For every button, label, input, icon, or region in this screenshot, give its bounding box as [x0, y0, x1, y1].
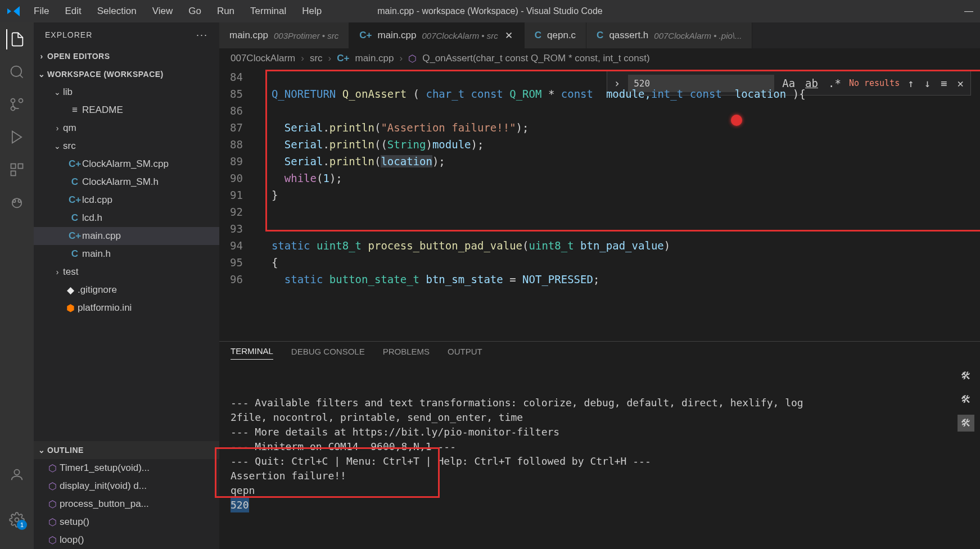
c-file-icon: C: [535, 30, 541, 41]
file-platformio[interactable]: ⬢ platformio.ini: [34, 299, 219, 317]
settings-icon[interactable]: 1: [7, 510, 27, 530]
tab-path: 003Protimer • src: [274, 31, 338, 40]
terminal-line: 520: [231, 498, 249, 512]
tool-icon[interactable]: 🛠: [958, 367, 974, 384]
breadcrumb-symbol[interactable]: Q_onAssert(char_t const Q_ROM * const, i…: [422, 53, 649, 64]
titlebar: File Edit Selection View Go Run Terminal…: [0, 0, 980, 22]
file-clockalarm-cpp[interactable]: C+ ClockAlarm_SM.cpp: [34, 155, 219, 173]
breadcrumb-folder[interactable]: src: [310, 53, 323, 64]
lib-label: lib: [63, 87, 73, 98]
tab-main-003[interactable]: main.cpp 003Protimer • src: [219, 22, 349, 48]
method-icon: ⬡: [45, 534, 60, 546]
bottom-panel: TERMINAL DEBUG CONSOLE PROBLEMS OUTPUT 🛠…: [219, 341, 980, 549]
file-label: .gitignore: [78, 284, 117, 296]
folder-src[interactable]: ⌄ src: [34, 137, 219, 155]
explorer-icon[interactable]: [6, 29, 26, 49]
breadcrumb-file[interactable]: main.cpp: [355, 53, 394, 64]
file-label: main.cpp: [82, 230, 121, 242]
method-icon: ⬡: [45, 516, 60, 528]
outline-loop[interactable]: ⬡ loop(): [34, 531, 219, 549]
menu-edit[interactable]: Edit: [58, 2, 88, 20]
terminal-line: --- Available filters and text transform…: [231, 396, 969, 410]
sidebar-header: EXPLORER ···: [34, 22, 219, 47]
file-lcd-cpp[interactable]: C+ lcd.cpp: [34, 191, 219, 209]
outline-item-label: loop(): [60, 534, 84, 546]
line-number: 96: [219, 271, 259, 288]
code-editor[interactable]: › Aa ab .* No results ↑ ↓ ≡ ✕ 84 85 Q_NO…: [219, 69, 980, 341]
tab-terminal[interactable]: TERMINAL: [231, 346, 273, 360]
tool-icon[interactable]: 🛠: [958, 391, 974, 408]
file-readme[interactable]: ≡ README: [34, 101, 219, 119]
platformio-icon[interactable]: [7, 192, 27, 212]
open-editors-label: OPEN EDITORS: [47, 52, 110, 61]
chevron-right-icon: ›: [52, 124, 63, 133]
chevron-right-icon: ›: [52, 267, 63, 276]
menu-go[interactable]: Go: [182, 2, 208, 20]
menu-help[interactable]: Help: [295, 2, 328, 20]
method-icon: ⬡: [45, 498, 60, 510]
svg-rect-6: [11, 171, 16, 175]
file-clockalarm-h[interactable]: C ClockAlarm_SM.h: [34, 173, 219, 191]
outline-timer1[interactable]: ⬡ Timer1_setup(void)...: [34, 459, 219, 477]
workspace-section[interactable]: ⌄ WORKSPACE (WORKSPACE): [34, 65, 219, 83]
outline-section[interactable]: ⌄ OUTLINE: [34, 441, 219, 459]
file-main-h[interactable]: C main.h: [34, 245, 219, 263]
chevron-right-icon: ›: [328, 53, 332, 64]
tab-problems[interactable]: PROBLEMS: [383, 347, 430, 360]
terminal-line: qepn: [231, 483, 969, 498]
svg-rect-5: [18, 164, 22, 169]
breadcrumb-folder[interactable]: 007ClockAlarm: [231, 53, 295, 64]
tab-debug-console[interactable]: DEBUG CONSOLE: [291, 347, 365, 360]
file-label: ClockAlarm_SM.cpp: [82, 158, 169, 170]
workspace-label: WORKSPACE (WORKSPACE): [47, 70, 164, 79]
tab-output[interactable]: OUTPUT: [448, 347, 482, 360]
menu-terminal[interactable]: Terminal: [243, 2, 293, 20]
tab-label: main.cpp: [229, 30, 268, 41]
outline-display-init[interactable]: ⬡ display_init(void) d...: [34, 477, 219, 495]
folder-test[interactable]: › test: [34, 263, 219, 281]
breadcrumb[interactable]: 007ClockAlarm › src › C+ main.cpp › ⬡ Q_…: [219, 48, 980, 69]
line-number: 86: [219, 102, 259, 119]
terminal-line: --- Miniterm on COM14 9600,8,N,1 ---: [231, 439, 969, 454]
menu-file[interactable]: File: [27, 2, 56, 20]
line-number: 89: [219, 153, 259, 170]
cpp-file-icon: C+: [67, 194, 82, 206]
chevron-down-icon: ⌄: [52, 88, 63, 97]
tab-label: main.cpp: [378, 30, 417, 41]
outline-process-button[interactable]: ⬡ process_button_pa...: [34, 495, 219, 513]
line-number: 91: [219, 187, 259, 203]
tab-qassert[interactable]: C qassert.h 007ClockAlarm • .pio\...: [586, 22, 752, 48]
line-number: 88: [219, 136, 259, 153]
close-icon[interactable]: ✕: [504, 30, 514, 42]
debug-icon[interactable]: [7, 127, 27, 147]
line-number: 90: [219, 170, 259, 187]
line-number: 84: [219, 69, 259, 85]
svg-rect-4: [11, 164, 16, 169]
tab-main-007[interactable]: C+ main.cpp 007ClockAlarm • src ✕: [349, 22, 525, 48]
file-gitignore[interactable]: ◆ .gitignore: [34, 281, 219, 299]
source-control-icon[interactable]: [7, 94, 27, 115]
search-activity-icon[interactable]: [7, 62, 27, 82]
folder-qm[interactable]: › qm: [34, 119, 219, 137]
file-label: ClockAlarm_SM.h: [82, 176, 159, 188]
menu-view[interactable]: View: [146, 2, 180, 20]
terminal-output[interactable]: 🛠 🛠 🛠 --- Available filters and text tra…: [219, 364, 980, 549]
c-file-icon: C: [67, 212, 82, 224]
file-lcd-h[interactable]: C lcd.h: [34, 209, 219, 227]
c-file-icon: C: [67, 176, 82, 188]
open-editors-section[interactable]: › OPEN EDITORS: [34, 47, 219, 65]
more-icon[interactable]: ···: [196, 29, 208, 41]
folder-lib[interactable]: ⌄ lib: [34, 83, 219, 101]
tab-label: qassert.h: [609, 30, 648, 41]
tab-qepn[interactable]: C qepn.c: [525, 22, 586, 48]
extensions-icon[interactable]: [7, 160, 27, 180]
outline-setup[interactable]: ⬡ setup(): [34, 513, 219, 531]
svg-point-0: [11, 66, 22, 77]
minimize-icon[interactable]: —: [964, 6, 973, 16]
menu-selection[interactable]: Selection: [91, 2, 143, 20]
line-number: 85: [219, 85, 259, 102]
menu-run[interactable]: Run: [210, 2, 241, 20]
accounts-icon[interactable]: [7, 465, 27, 485]
tool-icon[interactable]: 🛠: [958, 415, 974, 432]
file-main-cpp[interactable]: C+ main.cpp: [34, 227, 219, 245]
